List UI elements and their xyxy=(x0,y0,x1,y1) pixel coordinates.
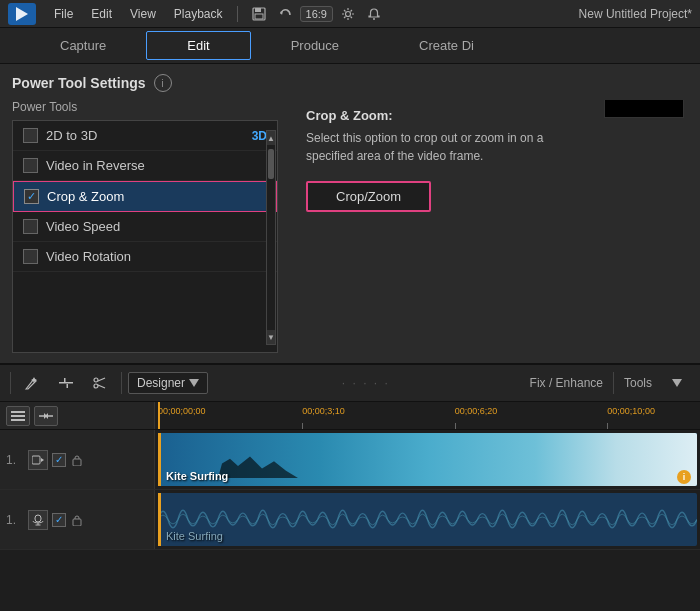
track-row-audio: 1. xyxy=(0,490,700,550)
scissors-btn[interactable] xyxy=(85,369,115,397)
power-tool-panel: Power Tool Settings i Power Tools ▲ ▼ xyxy=(0,64,700,364)
track-controls-video: 1. xyxy=(0,430,155,489)
audio-clip[interactable]: Kite Surfing xyxy=(158,493,697,546)
playhead xyxy=(158,402,160,429)
track-audio-checkbox[interactable] xyxy=(52,513,66,527)
svg-rect-7 xyxy=(59,382,73,384)
tool-checkbox-crop-zoom[interactable] xyxy=(24,189,39,204)
nav-tabs: Capture Edit Produce Create Di xyxy=(0,28,700,64)
badge-3d: 3D xyxy=(252,129,267,143)
timeline-tracks: 1. K xyxy=(0,430,700,611)
crop-zoom-button[interactable]: Crop/Zoom xyxy=(306,181,431,212)
fit-timeline-btn[interactable] xyxy=(34,406,58,426)
track-content-video: Kite Surfing i xyxy=(155,430,700,489)
track-toggle-btn[interactable] xyxy=(6,406,30,426)
clip-bg xyxy=(158,433,697,486)
project-title: New Untitled Project* xyxy=(579,7,692,21)
video-clip[interactable]: Kite Surfing i xyxy=(158,433,697,486)
tool-item-reverse[interactable]: Video in Reverse xyxy=(13,151,277,181)
tick-3 xyxy=(607,423,608,429)
toolbar-div-1 xyxy=(10,372,11,394)
scroll-thumb xyxy=(268,149,274,179)
svg-point-11 xyxy=(94,384,98,388)
svg-rect-25 xyxy=(73,459,81,466)
designer-dropdown[interactable]: Designer xyxy=(128,372,208,394)
track-controls-audio: 1. xyxy=(0,490,155,549)
svg-marker-22 xyxy=(45,413,48,419)
track-video-checkbox[interactable] xyxy=(52,453,66,467)
menu-edit[interactable]: Edit xyxy=(83,5,120,23)
save-icon[interactable] xyxy=(248,3,270,25)
panel-body: Power Tools ▲ ▼ 2D to 3D 3D xyxy=(0,100,700,353)
scroll-up-arrow[interactable]: ▲ xyxy=(267,131,275,145)
menu-file[interactable]: File xyxy=(46,5,81,23)
tab-edit[interactable]: Edit xyxy=(146,31,250,60)
timeline-ruler-row: 00;00;00;00 00;00;3;10 00;00;6;20 00;00;… xyxy=(0,402,700,430)
menu-bar: File Edit View Playback 16:9 New Untitle… xyxy=(0,0,700,28)
tool-checkbox-rotation[interactable] xyxy=(23,249,38,264)
track-audio-lock[interactable] xyxy=(70,513,84,527)
tool-item-crop-zoom[interactable]: Crop & Zoom xyxy=(13,181,277,212)
svg-rect-3 xyxy=(255,14,263,19)
svg-rect-17 xyxy=(11,415,25,417)
menu-playback[interactable]: Playback xyxy=(166,5,231,23)
tab-produce[interactable]: Produce xyxy=(251,32,379,59)
timeline-area: 00;00;00;00 00;00;3;10 00;00;6;20 00;00;… xyxy=(0,402,700,611)
ruler-mark-0: 00;00;00;00 xyxy=(158,406,206,416)
clip-start-marker xyxy=(158,433,161,486)
tools-dropdown-arrow[interactable] xyxy=(662,369,692,397)
tool-list-container: Power Tools ▲ ▼ 2D to 3D 3D xyxy=(0,100,290,353)
preview-black xyxy=(604,100,684,118)
svg-rect-26 xyxy=(35,515,41,522)
trim-btn[interactable] xyxy=(51,369,81,397)
toolbar-icons: 16:9 xyxy=(248,3,385,25)
track-num-video: 1. xyxy=(6,453,24,467)
main-area: Power Tool Settings i Power Tools ▲ ▼ xyxy=(0,64,700,611)
svg-rect-23 xyxy=(32,456,40,464)
tool-checkbox-2d3d[interactable] xyxy=(23,128,38,143)
track-num-audio: 1. xyxy=(6,513,24,527)
timeline-ruler: 00;00;00;00 00;00;3;10 00;00;6;20 00;00;… xyxy=(155,402,700,429)
audio-clip-label: Kite Surfing xyxy=(166,530,223,542)
tool-description: Crop & Zoom: Select this option to crop … xyxy=(290,100,700,353)
clip-info-badge: i xyxy=(677,470,691,484)
tool-checkbox-speed[interactable] xyxy=(23,219,38,234)
tool-item-speed[interactable]: Video Speed xyxy=(13,212,277,242)
magic-tool-btn[interactable] xyxy=(17,369,47,397)
desc-title: Crop & Zoom: xyxy=(306,108,546,123)
svg-rect-18 xyxy=(11,419,25,421)
svg-line-13 xyxy=(98,385,105,388)
svg-rect-29 xyxy=(73,519,81,526)
tool-item-2d3d[interactable]: 2D to 3D 3D xyxy=(13,121,277,151)
svg-rect-9 xyxy=(67,384,69,388)
track-row-video: 1. K xyxy=(0,430,700,490)
settings-icon[interactable] xyxy=(337,3,359,25)
tool-checkbox-reverse[interactable] xyxy=(23,158,38,173)
tick-2 xyxy=(455,423,456,429)
video-clip-label: Kite Surfing xyxy=(166,470,228,482)
toolbar-div-2 xyxy=(121,372,122,394)
svg-rect-16 xyxy=(11,411,25,413)
svg-point-10 xyxy=(94,378,98,382)
panel-title: Power Tool Settings xyxy=(12,75,146,91)
tab-create-disc[interactable]: Create Di xyxy=(379,32,514,59)
toolbar-div-3 xyxy=(613,372,614,394)
info-icon[interactable]: i xyxy=(154,74,172,92)
tools-label: Power Tools xyxy=(12,100,278,114)
menu-view[interactable]: View xyxy=(122,5,164,23)
app-logo xyxy=(8,3,36,25)
scroll-down-arrow[interactable]: ▼ xyxy=(267,330,275,344)
undo-icon[interactable] xyxy=(274,3,296,25)
resolution-badge[interactable]: 16:9 xyxy=(300,6,333,22)
tool-item-rotation[interactable]: Video Rotation xyxy=(13,242,277,272)
svg-marker-15 xyxy=(672,379,682,387)
tab-capture[interactable]: Capture xyxy=(20,32,146,59)
notification-icon[interactable] xyxy=(363,3,385,25)
scrollbar[interactable]: ▲ ▼ xyxy=(266,130,276,345)
svg-point-6 xyxy=(373,18,375,20)
svg-rect-8 xyxy=(64,378,66,382)
svg-rect-2 xyxy=(255,8,261,12)
track-video-lock[interactable] xyxy=(70,453,84,467)
tool-name-rotation: Video Rotation xyxy=(46,249,267,264)
panel-header: Power Tool Settings i xyxy=(0,74,700,100)
